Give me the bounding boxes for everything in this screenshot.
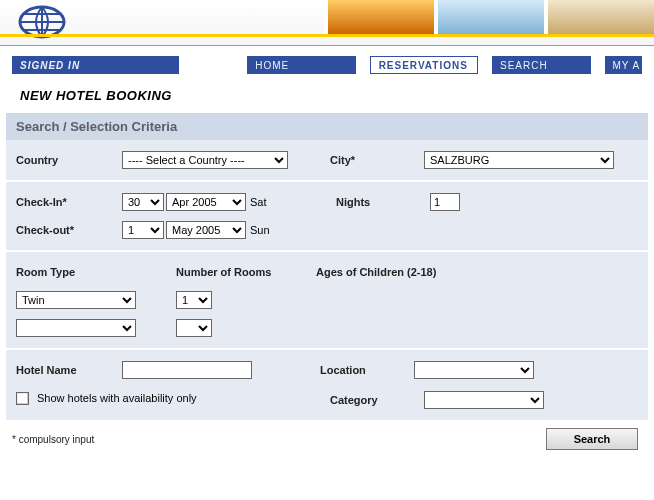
label-hotel-name: Hotel Name <box>16 364 122 376</box>
room-type-select-1[interactable]: Twin <box>16 291 136 309</box>
signed-in-badge: SIGNED IN <box>12 56 179 74</box>
checkin-month-select[interactable]: Apr 2005 <box>166 193 246 211</box>
nav-home[interactable]: HOME <box>247 56 355 74</box>
label-ages-children: Ages of Children (2-18) <box>316 266 516 278</box>
checkin-day-select[interactable]: 30 <box>122 193 164 211</box>
city-select[interactable]: SALZBURG <box>424 151 614 169</box>
checkout-day-select[interactable]: 1 <box>122 221 164 239</box>
main-nav: SIGNED IN HOME RESERVATIONS SEARCH MY A <box>0 46 654 82</box>
label-room-type: Room Type <box>16 266 176 278</box>
panel-dates: Check-In* 30 Apr 2005 Sat Nights Check-o… <box>6 182 648 250</box>
label-num-rooms: Number of Rooms <box>176 266 316 278</box>
label-country: Country <box>16 154 122 166</box>
panel-rooms: Room Type Number of Rooms Ages of Childr… <box>6 252 648 348</box>
availability-checkbox[interactable] <box>16 392 29 405</box>
hotel-name-input[interactable] <box>122 361 252 379</box>
label-location: Location <box>320 364 414 376</box>
panel-hotel-filters: Hotel Name Location Show hotels with ava… <box>6 350 648 420</box>
country-select[interactable]: ---- Select a Country ---- <box>122 151 288 169</box>
num-rooms-select-1[interactable]: 1 <box>176 291 212 309</box>
category-select[interactable] <box>424 391 544 409</box>
section-title: Search / Selection Criteria <box>6 113 648 140</box>
checkout-month-select[interactable]: May 2005 <box>166 221 246 239</box>
nav-my-account[interactable]: MY A <box>605 56 642 74</box>
compulsory-note: * compulsory input <box>12 434 94 445</box>
top-banner <box>0 0 654 46</box>
label-category: Category <box>330 394 424 406</box>
banner-images <box>324 0 654 34</box>
label-nights: Nights <box>336 196 430 208</box>
search-button[interactable]: Search <box>546 428 638 450</box>
checkin-dow: Sat <box>246 196 286 208</box>
panel-country-city: Country ---- Select a Country ---- City*… <box>6 140 648 180</box>
label-city: City* <box>330 154 424 166</box>
checkout-dow: Sun <box>246 224 286 236</box>
room-type-select-2[interactable] <box>16 319 136 337</box>
nav-reservations[interactable]: RESERVATIONS <box>370 56 478 74</box>
label-checkout: Check-out* <box>16 224 122 236</box>
nights-input[interactable] <box>430 193 460 211</box>
nav-search[interactable]: SEARCH <box>492 56 591 74</box>
num-rooms-select-2[interactable] <box>176 319 212 337</box>
label-checkin: Check-In* <box>16 196 122 208</box>
page-title: NEW HOTEL BOOKING <box>0 82 654 113</box>
label-show-availability: Show hotels with availability only <box>37 392 197 404</box>
location-select[interactable] <box>414 361 534 379</box>
